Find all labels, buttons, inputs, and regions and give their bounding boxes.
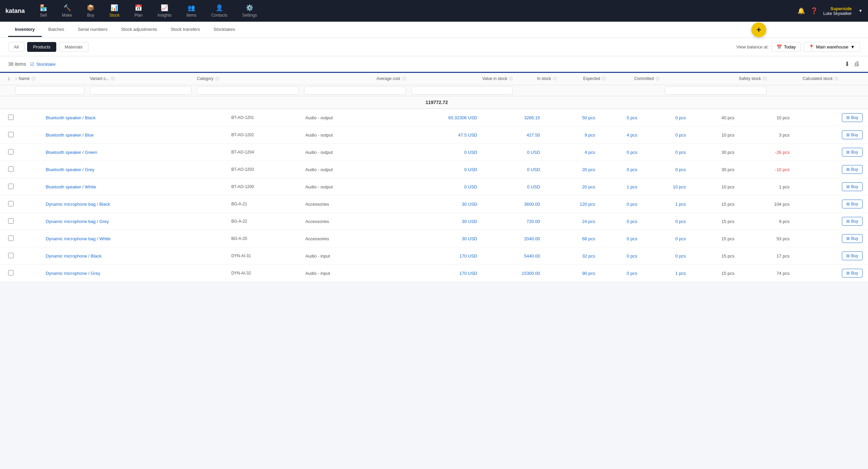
nav-sell[interactable]: 🏪 Sell (33, 1, 54, 20)
tab-stocktakes[interactable]: Stocktakes (207, 23, 242, 37)
expected-8[interactable]: 0 pcs (598, 247, 640, 265)
avg-cost-2[interactable]: 0 USD (389, 144, 480, 161)
col-value-in-stock[interactable]: Value in stock ⓘ (409, 73, 516, 85)
warehouse-button[interactable]: 📍 Main warehouse ▼ (804, 42, 860, 52)
in-stock-5[interactable]: 120 pcs (543, 196, 598, 213)
expected-0[interactable]: 0 pcs (598, 109, 640, 126)
col-variant[interactable]: Variant c... ⓘ (87, 73, 194, 85)
filter-avgcost-input[interactable] (304, 86, 406, 95)
tab-stock-adjustments[interactable]: Stock adjustments (114, 23, 164, 37)
value-in-stock-9[interactable]: 15300.00 (480, 265, 542, 282)
in-stock-3[interactable]: 20 pcs (543, 161, 598, 178)
col-committed[interactable]: Committed ⓘ (608, 73, 662, 85)
product-link-8[interactable]: Dynamic microphone / Black (46, 253, 102, 259)
row-checkbox-2[interactable] (8, 149, 14, 155)
bell-icon[interactable]: 🔔 (797, 7, 805, 15)
row-checkbox-3[interactable] (8, 166, 14, 172)
add-button[interactable]: + (751, 22, 766, 37)
avg-cost-4[interactable]: 0 USD (389, 178, 480, 196)
avg-cost-5[interactable]: 30 USD (389, 196, 480, 213)
expected-7[interactable]: 0 pcs (598, 230, 640, 247)
value-in-stock-5[interactable]: 3600.00 (480, 196, 542, 213)
product-link-9[interactable]: Dynamic microphone / Grey (46, 271, 100, 276)
row-checkbox-7[interactable] (8, 236, 14, 241)
avg-cost-8[interactable]: 170 USD (389, 247, 480, 265)
expected-4[interactable]: 1 pcs (598, 178, 640, 196)
in-stock-9[interactable]: 90 pcs (543, 265, 598, 282)
tab-stock-transfers[interactable]: Stock transfers (164, 23, 207, 37)
in-stock-2[interactable]: 4 pcs (543, 144, 598, 161)
nav-settings[interactable]: ⚙️ Settings (236, 1, 264, 20)
in-stock-0[interactable]: 50 pcs (543, 109, 598, 126)
user-chevron-icon[interactable]: ▼ (859, 8, 863, 13)
buy-button-3[interactable]: ⊞ Buy (842, 165, 863, 174)
avg-cost-3[interactable]: 0 USD (389, 161, 480, 178)
expected-5[interactable]: 0 pcs (598, 196, 640, 213)
nav-insights[interactable]: 📈 Insights (151, 1, 178, 20)
buy-button-4[interactable]: ⊞ Buy (842, 182, 863, 191)
expected-9[interactable]: 0 pcs (598, 265, 640, 282)
product-link-0[interactable]: Bluetooth speaker / Black (46, 115, 96, 120)
value-in-stock-6[interactable]: 720.00 (480, 213, 542, 230)
expected-6[interactable]: 0 pcs (598, 213, 640, 230)
stocktake-button[interactable]: ☑ Stocktake (30, 62, 56, 67)
avg-cost-7[interactable]: 30 USD (389, 230, 480, 247)
avg-cost-1[interactable]: 47.5 USD (389, 126, 480, 144)
committed-4[interactable]: 10 pcs (640, 178, 688, 196)
col-category[interactable]: Category ⓘ (194, 73, 301, 85)
in-stock-7[interactable]: 68 pcs (543, 230, 598, 247)
filter-safetystock-input[interactable] (665, 86, 767, 95)
buy-button-1[interactable]: ⊞ Buy (842, 130, 863, 139)
nav-plan[interactable]: 📅 Plan (127, 1, 149, 20)
tab-batches[interactable]: Batches (42, 23, 71, 37)
buy-button-8[interactable]: ⊞ Buy (842, 251, 863, 260)
avg-cost-6[interactable]: 30 USD (389, 213, 480, 230)
col-calculated-stock[interactable]: Calculated stock ⓘ (769, 73, 841, 85)
row-checkbox-4[interactable] (8, 184, 14, 189)
col-name[interactable]: ↑ Name ⓘ (13, 73, 87, 85)
row-checkbox-1[interactable] (8, 132, 14, 137)
committed-8[interactable]: 0 pcs (640, 247, 688, 265)
nav-contacts[interactable]: 👤 Contacts (204, 1, 234, 20)
committed-9[interactable]: 1 pcs (640, 265, 688, 282)
col-safety-stock[interactable]: Safety stock ⓘ (662, 73, 769, 85)
committed-0[interactable]: 0 pcs (640, 109, 688, 126)
value-in-stock-2[interactable]: 0 USD (480, 144, 542, 161)
value-in-stock-0[interactable]: 3266.15 (480, 109, 542, 126)
committed-3[interactable]: 0 pcs (640, 161, 688, 178)
product-link-3[interactable]: Bluetooth speaker / Grey (46, 167, 95, 172)
product-link-5[interactable]: Dynamic microphone bag / Black (46, 202, 110, 207)
in-stock-1[interactable]: 9 pcs (543, 126, 598, 144)
committed-7[interactable]: 0 pcs (640, 230, 688, 247)
col-expected[interactable]: Expected ⓘ (559, 73, 609, 85)
buy-button-0[interactable]: ⊞ Buy (842, 113, 863, 122)
buy-button-2[interactable]: ⊞ Buy (842, 148, 863, 157)
filter-all[interactable]: All (8, 42, 24, 52)
row-checkbox-0[interactable] (8, 115, 14, 120)
product-link-2[interactable]: Bluetooth speaker / Green (46, 150, 97, 155)
value-in-stock-4[interactable]: 0 USD (480, 178, 542, 196)
nav-buy[interactable]: 📦 Buy (80, 1, 101, 20)
avg-cost-0[interactable]: 65.32306 USD (389, 109, 480, 126)
row-checkbox-5[interactable] (8, 201, 14, 206)
committed-5[interactable]: 1 pcs (640, 196, 688, 213)
value-in-stock-7[interactable]: 2040.00 (480, 230, 542, 247)
nav-make[interactable]: 🔨 Make (55, 1, 79, 20)
in-stock-8[interactable]: 32 pcs (543, 247, 598, 265)
committed-2[interactable]: 0 pcs (640, 144, 688, 161)
help-icon[interactable]: ❓ (810, 7, 818, 15)
filter-name-input[interactable] (15, 86, 84, 95)
row-checkbox-9[interactable] (8, 270, 14, 276)
product-link-6[interactable]: Dynamic microphone bag / Grey (46, 219, 109, 224)
product-link-7[interactable]: Dynamic microphone bag / White (46, 236, 111, 241)
filter-products[interactable]: Products (27, 42, 56, 52)
buy-button-6[interactable]: ⊞ Buy (842, 217, 863, 226)
logo[interactable]: katana (5, 7, 25, 15)
filter-materials[interactable]: Materials (59, 42, 88, 52)
filter-variant-input[interactable] (90, 86, 192, 95)
value-in-stock-8[interactable]: 5440.00 (480, 247, 542, 265)
buy-button-9[interactable]: ⊞ Buy (842, 269, 863, 278)
committed-1[interactable]: 0 pcs (640, 126, 688, 144)
value-in-stock-3[interactable]: 0 USD (480, 161, 542, 178)
row-checkbox-8[interactable] (8, 253, 14, 258)
